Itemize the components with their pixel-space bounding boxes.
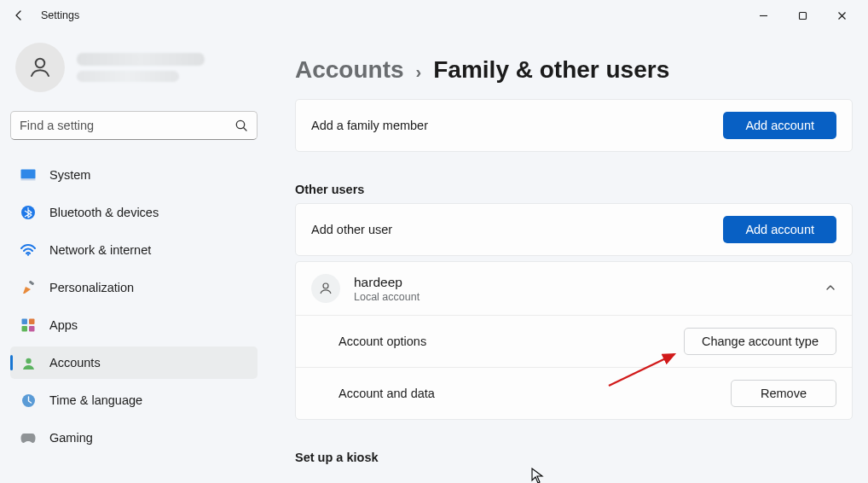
add-other-user-row: Add other user Add account [296, 204, 852, 255]
svg-rect-11 [29, 326, 35, 332]
svg-rect-9 [29, 319, 35, 325]
maximize-icon [798, 11, 807, 20]
user-avatar [311, 274, 340, 303]
user-name: hardeep [354, 275, 420, 290]
back-button[interactable] [7, 3, 31, 27]
svg-point-1 [36, 59, 45, 68]
sidebar-item-label: System [49, 168, 90, 182]
sidebar-item-label: Personalization [49, 281, 134, 294]
sidebar: System Bluetooth & devices Network & int… [0, 31, 269, 483]
other-user-card: hardeep Local account Account options Ch… [295, 261, 853, 420]
gaming-icon [20, 430, 36, 445]
add-other-user-button[interactable]: Add account [723, 216, 836, 243]
profile-text-redacted [77, 53, 252, 82]
sidebar-item-label: Time & language [49, 393, 142, 407]
svg-rect-4 [21, 179, 36, 181]
sidebar-item-network[interactable]: Network & internet [10, 234, 258, 266]
sidebar-item-label: Bluetooth & devices [49, 206, 159, 219]
sidebar-item-accounts[interactable]: Accounts [10, 346, 258, 379]
change-account-type-button[interactable]: Change account type [684, 328, 836, 355]
add-family-row: Add a family member Add account [296, 100, 852, 151]
chevron-right-icon: › [416, 62, 422, 82]
time-icon [20, 393, 36, 408]
person-icon [27, 55, 53, 80]
sidebar-item-gaming[interactable]: Gaming [10, 422, 258, 454]
breadcrumb: Accounts › Family & other users [295, 56, 853, 84]
remove-account-button[interactable]: Remove [731, 380, 836, 407]
svg-rect-10 [22, 326, 28, 332]
sidebar-item-bluetooth[interactable]: Bluetooth & devices [10, 196, 258, 229]
minimize-icon [759, 11, 768, 20]
apps-icon [20, 317, 36, 333]
accounts-icon [20, 355, 36, 370]
svg-rect-0 [799, 12, 806, 19]
window-controls [744, 3, 861, 27]
svg-rect-3 [21, 170, 36, 179]
account-options-row: Account options Change account type [296, 315, 852, 367]
user-type: Local account [354, 291, 420, 303]
svg-rect-8 [22, 319, 28, 325]
add-other-user-label: Add other user [311, 223, 723, 236]
other-user-header[interactable]: hardeep Local account [296, 262, 852, 315]
page-title: Family & other users [433, 56, 669, 84]
family-card: Add a family member Add account [295, 99, 853, 152]
add-family-label: Add a family member [311, 119, 723, 132]
sidebar-item-label: Network & internet [49, 243, 151, 257]
person-icon [318, 281, 333, 296]
search-box[interactable] [10, 111, 258, 140]
title-bar: Settings [0, 0, 868, 31]
sidebar-item-system[interactable]: System [10, 159, 258, 191]
sidebar-nav: System Bluetooth & devices Network & int… [10, 159, 258, 459]
sidebar-item-time[interactable]: Time & language [10, 384, 258, 416]
svg-point-6 [27, 253, 29, 255]
minimize-button[interactable] [744, 3, 783, 27]
profile-avatar [15, 43, 65, 92]
account-data-label: Account and data [339, 387, 731, 400]
network-icon [20, 242, 36, 258]
chevron-up-icon [825, 282, 836, 296]
personalization-icon [20, 280, 36, 295]
bluetooth-icon [20, 205, 36, 220]
other-users-heading: Other users [295, 183, 853, 196]
add-family-button[interactable]: Add account [723, 112, 836, 139]
sidebar-item-personalization[interactable]: Personalization [10, 271, 258, 304]
back-arrow-icon [12, 9, 26, 22]
sidebar-item-label: Accounts [49, 356, 101, 370]
app-title: Settings [41, 9, 79, 21]
add-other-user-card: Add other user Add account [295, 203, 853, 256]
account-data-row: Account and data Remove [296, 367, 852, 419]
sidebar-item-label: Gaming [49, 431, 93, 445]
profile-block[interactable] [10, 31, 258, 108]
svg-point-14 [323, 283, 328, 288]
maximize-button[interactable] [783, 3, 822, 27]
kiosk-heading: Set up a kiosk [295, 451, 853, 464]
main-panel: Accounts › Family & other users Add a fa… [269, 31, 868, 483]
system-icon [20, 167, 36, 183]
svg-rect-7 [28, 281, 34, 285]
close-button[interactable] [822, 3, 861, 27]
sidebar-item-apps[interactable]: Apps [10, 309, 258, 341]
search-input[interactable] [20, 119, 234, 132]
breadcrumb-parent[interactable]: Accounts [295, 56, 404, 84]
account-options-label: Account options [339, 335, 684, 348]
sidebar-item-label: Apps [49, 318, 78, 332]
svg-point-12 [26, 358, 31, 363]
close-icon [837, 11, 847, 20]
search-icon [234, 119, 248, 132]
